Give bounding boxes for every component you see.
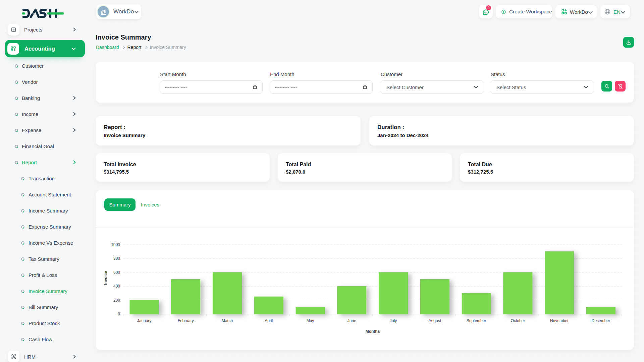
- svg-text:February: February: [178, 318, 194, 323]
- svg-text:400: 400: [113, 284, 120, 289]
- svg-text:November: November: [550, 318, 569, 323]
- svg-text:May: May: [307, 318, 314, 323]
- svg-text:January: January: [137, 318, 152, 323]
- svg-text:July: July: [390, 318, 397, 323]
- svg-text:Months: Months: [366, 329, 380, 334]
- svg-text:March: March: [222, 318, 233, 323]
- svg-text:600: 600: [113, 270, 120, 275]
- svg-text:200: 200: [113, 298, 120, 303]
- svg-text:August: August: [429, 318, 441, 323]
- svg-text:September: September: [467, 318, 486, 323]
- svg-text:June: June: [347, 318, 356, 323]
- svg-text:December: December: [592, 318, 610, 323]
- svg-text:April: April: [265, 318, 273, 323]
- svg-text:Invoice: Invoice: [103, 271, 108, 285]
- svg-text:1000: 1000: [111, 242, 120, 247]
- svg-text:0: 0: [118, 312, 120, 316]
- svg-text:800: 800: [113, 256, 120, 261]
- svg-text:October: October: [511, 318, 525, 323]
